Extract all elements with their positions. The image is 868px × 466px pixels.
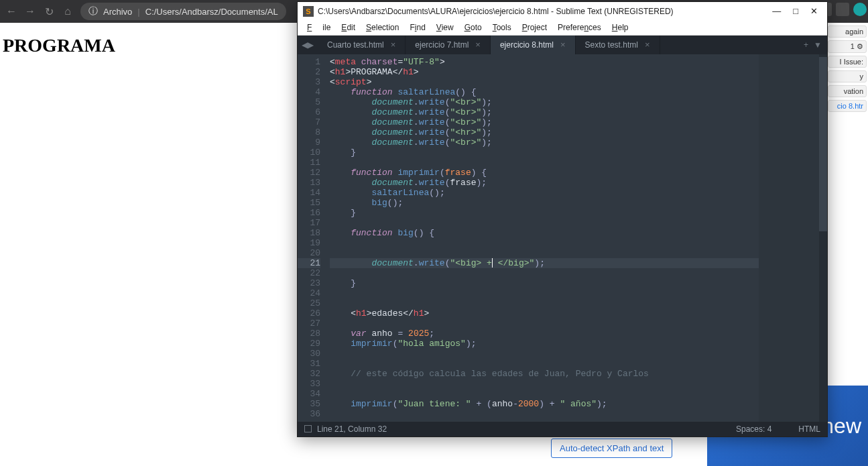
tab-label: Cuarto test.html [327, 40, 384, 50]
tab-label: ejercicio 7.html [415, 40, 469, 50]
chip: y [828, 70, 867, 82]
editor-area[interactable]: 1234567891011121314151617181920212223242… [298, 54, 827, 422]
menu-selection[interactable]: Selection [361, 23, 404, 32]
minimap[interactable] [759, 54, 819, 422]
maximize-icon[interactable]: □ [793, 6, 798, 16]
tab-ejercicio7[interactable]: ejercicio 7.html × [406, 36, 491, 54]
addr-separator: | [137, 7, 139, 17]
new-tab-icon[interactable]: + [804, 40, 808, 50]
addr-label: Archivo [103, 7, 132, 17]
status-bar: Line 21, Column 32 Spaces: 4 HTML [298, 422, 827, 436]
code-area[interactable]: <meta charset="UTF-8"><h1>PROGRAMA</h1><… [327, 54, 759, 422]
window-title: C:\Users\Andbarsz\Documents\ALURA\ejerci… [318, 7, 674, 16]
close-icon[interactable]: ✕ [810, 6, 818, 16]
menu-bar: File Edit Selection Find View Goto Tools… [298, 21, 827, 36]
menu-find[interactable]: Find [404, 23, 430, 32]
close-icon[interactable]: × [560, 40, 566, 50]
window-titlebar[interactable]: S C:\Users\Andbarsz\Documents\ALURA\ejer… [298, 2, 827, 21]
autodetect-button[interactable]: Auto-detect XPath and text [551, 439, 672, 458]
menu-file[interactable]: File [302, 23, 336, 32]
tab-label: Sexto test.html [585, 40, 638, 50]
menu-preferences[interactable]: Preferences [552, 23, 607, 32]
menu-goto[interactable]: Goto [459, 23, 487, 32]
chip: I Issue: [828, 56, 867, 68]
file-link[interactable]: cio 8.htr [828, 100, 867, 112]
menu-help[interactable]: Help [607, 23, 634, 32]
reload-icon[interactable]: ↻ [43, 5, 55, 17]
back-icon[interactable]: ← [5, 5, 17, 17]
tab-cuarto[interactable]: Cuarto test.html × [318, 36, 406, 54]
sublime-window: S C:\Users\Andbarsz\Documents\ALURA\ejer… [297, 1, 828, 437]
chip: vation [828, 85, 867, 97]
addr-url: C:/Users/Andbarsz/Documents/AL [145, 7, 278, 17]
scrollbar[interactable] [819, 54, 827, 422]
sublime-app-icon: S [303, 6, 314, 17]
browser-profile-icon[interactable] [853, 3, 867, 16]
line-gutter: 1234567891011121314151617181920212223242… [298, 54, 327, 422]
menu-tools[interactable]: Tools [487, 23, 517, 32]
status-lang[interactable]: HTML [798, 424, 820, 434]
right-panel-fragment: again 1 ⚙ I Issue: y vation cio 8.htr [826, 23, 868, 425]
chip: 1 ⚙ [828, 40, 867, 53]
tab-nav-arrows[interactable]: ◀▶ [298, 36, 318, 54]
status-spaces[interactable]: Spaces: 4 [736, 424, 771, 434]
tab-menu-icon[interactable]: ▼ [814, 40, 822, 50]
browser-ext-icon[interactable] [836, 3, 849, 16]
tab-label: ejercicio 8.html [500, 40, 554, 50]
status-panel-icon[interactable] [304, 425, 312, 432]
menu-view[interactable]: View [431, 23, 459, 32]
close-icon[interactable]: × [391, 40, 396, 50]
info-icon: ⓘ [88, 5, 98, 17]
menu-project[interactable]: Project [517, 23, 552, 32]
close-icon[interactable]: × [645, 40, 650, 50]
chip: again [828, 25, 867, 38]
close-icon[interactable]: × [475, 40, 481, 50]
scrollbar-thumb[interactable] [819, 57, 827, 231]
home-icon[interactable]: ⌂ [62, 5, 74, 17]
tab-sexto[interactable]: Sexto test.html × [576, 36, 660, 54]
tab-bar: ◀▶ Cuarto test.html × ejercicio 7.html ×… [298, 36, 827, 54]
tab-ejercicio8[interactable]: ejercicio 8.html × [491, 36, 576, 54]
menu-edit[interactable]: Edit [336, 23, 361, 32]
status-position: Line 21, Column 32 [317, 424, 387, 434]
address-bar[interactable]: ⓘ Archivo | C:/Users/Andbarsz/Documents/… [80, 3, 286, 20]
forward-icon[interactable]: → [24, 5, 36, 17]
minimize-icon[interactable]: — [772, 6, 781, 16]
banner-text: new [822, 414, 861, 439]
